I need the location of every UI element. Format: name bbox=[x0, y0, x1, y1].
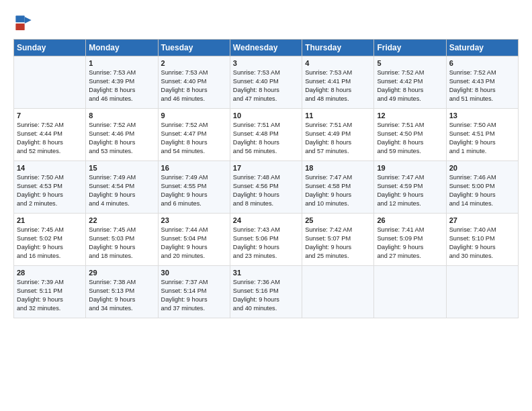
calendar-cell: 13Sunrise: 7:50 AMSunset: 4:51 PMDayligh… bbox=[446, 109, 518, 161]
calendar-cell: 18Sunrise: 7:47 AMSunset: 4:58 PMDayligh… bbox=[302, 161, 374, 214]
cell-details: Sunrise: 7:47 AMSunset: 4:58 PMDaylight:… bbox=[305, 173, 371, 208]
cell-details: Sunrise: 7:39 AMSunset: 5:11 PMDaylight:… bbox=[17, 278, 83, 313]
day-number: 2 bbox=[161, 59, 227, 67]
day-number: 17 bbox=[233, 164, 299, 172]
weekday-header: Wednesday bbox=[230, 40, 302, 56]
day-number: 6 bbox=[449, 59, 515, 67]
cell-details: Sunrise: 7:52 AMSunset: 4:42 PMDaylight:… bbox=[377, 68, 443, 103]
calendar-cell: 3Sunrise: 7:53 AMSunset: 4:40 PMDaylight… bbox=[230, 56, 302, 109]
calendar-cell: 31Sunrise: 7:36 AMSunset: 5:16 PMDayligh… bbox=[230, 266, 302, 318]
day-number: 9 bbox=[161, 111, 227, 120]
cell-details: Sunrise: 7:46 AMSunset: 5:00 PMDaylight:… bbox=[449, 173, 515, 208]
cell-details: Sunrise: 7:52 AMSunset: 4:46 PMDaylight:… bbox=[89, 121, 154, 156]
day-number: 19 bbox=[377, 164, 443, 172]
cell-details: Sunrise: 7:53 AMSunset: 4:41 PMDaylight:… bbox=[305, 68, 371, 103]
cell-details: Sunrise: 7:43 AMSunset: 5:06 PMDaylight:… bbox=[233, 226, 299, 261]
calendar-week-row: 14Sunrise: 7:50 AMSunset: 4:53 PMDayligh… bbox=[14, 161, 519, 214]
cell-details: Sunrise: 7:36 AMSunset: 5:16 PMDaylight:… bbox=[233, 278, 299, 313]
logo bbox=[13, 13, 38, 34]
day-number: 26 bbox=[377, 216, 443, 224]
day-number: 1 bbox=[89, 59, 154, 67]
cell-details: Sunrise: 7:53 AMSunset: 4:40 PMDaylight:… bbox=[233, 68, 299, 103]
cell-details: Sunrise: 7:42 AMSunset: 5:07 PMDaylight:… bbox=[305, 226, 371, 261]
calendar-header-row: SundayMondayTuesdayWednesdayThursdayFrid… bbox=[14, 40, 519, 56]
day-number: 8 bbox=[89, 111, 154, 120]
cell-details: Sunrise: 7:51 AMSunset: 4:48 PMDaylight:… bbox=[233, 121, 299, 156]
calendar-table: SundayMondayTuesdayWednesdayThursdayFrid… bbox=[13, 39, 519, 318]
weekday-header: Monday bbox=[86, 40, 158, 56]
cell-details: Sunrise: 7:47 AMSunset: 4:59 PMDaylight:… bbox=[377, 173, 443, 208]
cell-details: Sunrise: 7:53 AMSunset: 4:40 PMDaylight:… bbox=[161, 68, 227, 103]
calendar-cell bbox=[14, 56, 86, 109]
header bbox=[13, 11, 519, 34]
calendar-cell: 9Sunrise: 7:52 AMSunset: 4:47 PMDaylight… bbox=[158, 109, 230, 161]
day-number: 20 bbox=[449, 164, 515, 172]
weekday-header: Tuesday bbox=[158, 40, 230, 56]
cell-details: Sunrise: 7:41 AMSunset: 5:09 PMDaylight:… bbox=[377, 226, 443, 261]
calendar-cell: 22Sunrise: 7:45 AMSunset: 5:03 PMDayligh… bbox=[86, 214, 158, 266]
calendar-week-row: 7Sunrise: 7:52 AMSunset: 4:44 PMDaylight… bbox=[14, 109, 519, 161]
day-number: 22 bbox=[89, 216, 154, 224]
weekday-header: Friday bbox=[374, 40, 446, 56]
calendar-cell: 5Sunrise: 7:52 AMSunset: 4:42 PMDaylight… bbox=[374, 56, 446, 109]
day-number: 10 bbox=[233, 111, 299, 120]
day-number: 4 bbox=[305, 59, 371, 67]
calendar-cell: 12Sunrise: 7:51 AMSunset: 4:50 PMDayligh… bbox=[374, 109, 446, 161]
day-number: 29 bbox=[89, 269, 154, 277]
calendar-body: 1Sunrise: 7:53 AMSunset: 4:39 PMDaylight… bbox=[14, 56, 519, 318]
day-number: 14 bbox=[17, 164, 83, 172]
calendar-cell: 2Sunrise: 7:53 AMSunset: 4:40 PMDaylight… bbox=[158, 56, 230, 109]
calendar-cell: 6Sunrise: 7:52 AMSunset: 4:43 PMDaylight… bbox=[446, 56, 518, 109]
calendar-cell: 27Sunrise: 7:40 AMSunset: 5:10 PMDayligh… bbox=[446, 214, 518, 266]
cell-details: Sunrise: 7:45 AMSunset: 5:02 PMDaylight:… bbox=[17, 226, 83, 261]
calendar-cell: 23Sunrise: 7:44 AMSunset: 5:04 PMDayligh… bbox=[158, 214, 230, 266]
day-number: 27 bbox=[449, 216, 515, 224]
day-number: 5 bbox=[377, 59, 443, 67]
cell-details: Sunrise: 7:53 AMSunset: 4:39 PMDaylight:… bbox=[89, 68, 154, 103]
calendar-cell: 26Sunrise: 7:41 AMSunset: 5:09 PMDayligh… bbox=[374, 214, 446, 266]
calendar-cell: 15Sunrise: 7:49 AMSunset: 4:54 PMDayligh… bbox=[86, 161, 158, 214]
cell-details: Sunrise: 7:40 AMSunset: 5:10 PMDaylight:… bbox=[449, 226, 515, 261]
day-number: 28 bbox=[17, 269, 83, 277]
calendar-cell bbox=[374, 266, 446, 318]
calendar-cell bbox=[302, 266, 374, 318]
cell-details: Sunrise: 7:52 AMSunset: 4:47 PMDaylight:… bbox=[161, 121, 227, 156]
cell-details: Sunrise: 7:38 AMSunset: 5:13 PMDaylight:… bbox=[89, 278, 154, 313]
cell-details: Sunrise: 7:44 AMSunset: 5:04 PMDaylight:… bbox=[161, 226, 227, 261]
day-number: 23 bbox=[161, 216, 227, 224]
day-number: 18 bbox=[305, 164, 371, 172]
calendar-cell: 7Sunrise: 7:52 AMSunset: 4:44 PMDaylight… bbox=[14, 109, 86, 161]
cell-details: Sunrise: 7:49 AMSunset: 4:55 PMDaylight:… bbox=[161, 173, 227, 208]
calendar-week-row: 1Sunrise: 7:53 AMSunset: 4:39 PMDaylight… bbox=[14, 56, 519, 109]
calendar-cell bbox=[446, 266, 518, 318]
svg-rect-1 bbox=[15, 15, 24, 22]
day-number: 16 bbox=[161, 164, 227, 172]
day-number: 30 bbox=[161, 269, 227, 277]
day-number: 15 bbox=[89, 164, 154, 172]
svg-rect-2 bbox=[15, 24, 24, 30]
calendar-cell: 14Sunrise: 7:50 AMSunset: 4:53 PMDayligh… bbox=[14, 161, 86, 214]
calendar-cell: 24Sunrise: 7:43 AMSunset: 5:06 PMDayligh… bbox=[230, 214, 302, 266]
day-number: 13 bbox=[449, 111, 515, 120]
cell-details: Sunrise: 7:52 AMSunset: 4:43 PMDaylight:… bbox=[449, 68, 515, 103]
day-number: 24 bbox=[233, 216, 299, 224]
cell-details: Sunrise: 7:37 AMSunset: 5:14 PMDaylight:… bbox=[161, 278, 227, 313]
cell-details: Sunrise: 7:50 AMSunset: 4:53 PMDaylight:… bbox=[17, 173, 83, 208]
day-number: 21 bbox=[17, 216, 83, 224]
calendar-cell: 8Sunrise: 7:52 AMSunset: 4:46 PMDaylight… bbox=[86, 109, 158, 161]
calendar-cell: 4Sunrise: 7:53 AMSunset: 4:41 PMDaylight… bbox=[302, 56, 374, 109]
calendar-cell: 25Sunrise: 7:42 AMSunset: 5:07 PMDayligh… bbox=[302, 214, 374, 266]
day-number: 12 bbox=[377, 111, 443, 120]
cell-details: Sunrise: 7:51 AMSunset: 4:49 PMDaylight:… bbox=[305, 121, 371, 156]
cell-details: Sunrise: 7:52 AMSunset: 4:44 PMDaylight:… bbox=[17, 121, 83, 156]
cell-details: Sunrise: 7:51 AMSunset: 4:50 PMDaylight:… bbox=[377, 121, 443, 156]
calendar-cell: 28Sunrise: 7:39 AMSunset: 5:11 PMDayligh… bbox=[14, 266, 86, 318]
calendar-week-row: 28Sunrise: 7:39 AMSunset: 5:11 PMDayligh… bbox=[14, 266, 519, 318]
calendar-cell: 16Sunrise: 7:49 AMSunset: 4:55 PMDayligh… bbox=[158, 161, 230, 214]
weekday-header: Sunday bbox=[14, 40, 86, 56]
weekday-header: Saturday bbox=[446, 40, 518, 56]
logo-icon bbox=[13, 13, 34, 34]
day-number: 3 bbox=[233, 59, 299, 67]
day-number: 25 bbox=[305, 216, 371, 224]
day-number: 31 bbox=[233, 269, 299, 277]
